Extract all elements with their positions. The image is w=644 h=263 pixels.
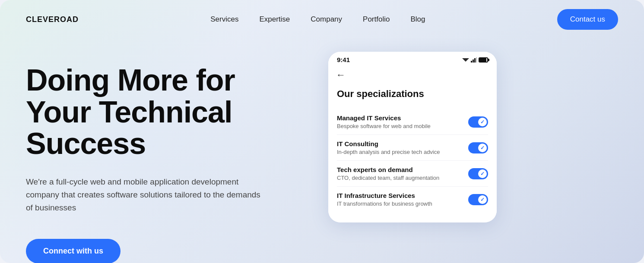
specializations-title: Our specializations	[337, 88, 488, 100]
hero-subtitle: We're a full-cycle web and mobile applic…	[26, 175, 268, 215]
spec-text-group-2: Tech experts on demand CTO, dedicated te…	[337, 166, 461, 181]
toggle-3[interactable]: ✓	[468, 194, 488, 205]
nav-expertise[interactable]: Expertise	[259, 15, 290, 23]
toggle-2[interactable]: ✓	[468, 168, 488, 179]
toggle-0[interactable]: ✓	[468, 116, 488, 128]
nav-links: Services Expertise Company Portfolio Blo…	[210, 15, 425, 24]
navbar: CLEVEROAD Services Expertise Company Por…	[0, 0, 644, 39]
spec-name-3: IT Infrastructure Services	[337, 192, 461, 199]
spec-text-group-1: IT Consulting In-depth analysis and prec…	[337, 140, 461, 155]
svg-marker-0	[462, 58, 469, 62]
toggle-knob-0: ✓	[478, 118, 487, 126]
spec-name-0: Managed IT Services	[337, 114, 461, 122]
hero-wrapper: CLEVEROAD Services Expertise Company Por…	[0, 0, 644, 263]
check-icon-2: ✓	[480, 171, 485, 177]
nav-services[interactable]: Services	[210, 15, 238, 23]
spec-desc-1: In-depth analysis and precise tech advic…	[337, 149, 461, 155]
spec-desc-0: Bespoke software for web and mobile	[337, 123, 461, 129]
toggle-knob-3: ✓	[478, 195, 487, 204]
back-row: ←	[328, 67, 497, 85]
svg-rect-1	[471, 61, 472, 63]
spec-desc-3: IT transformations for business growth	[337, 200, 461, 207]
spec-text-group-0: Managed IT Services Bespoke software for…	[337, 114, 461, 129]
status-bar: 9:41	[328, 52, 497, 67]
spec-text-group-3: IT Infrastructure Services IT transforma…	[337, 192, 461, 207]
nav-portfolio[interactable]: Portfolio	[363, 15, 390, 23]
connect-button[interactable]: Connect with us	[26, 239, 121, 263]
status-icons	[462, 57, 488, 63]
spec-name-2: Tech experts on demand	[337, 166, 461, 173]
spec-item-2: Tech experts on demand CTO, dedicated te…	[337, 161, 488, 187]
phone-content: Our specializations Managed IT Services …	[328, 85, 497, 222]
svg-rect-4	[476, 57, 477, 63]
spec-item-0: Managed IT Services Bespoke software for…	[337, 109, 488, 135]
spec-item-1: IT Consulting In-depth analysis and prec…	[337, 135, 488, 161]
logo: CLEVEROAD	[26, 15, 79, 24]
left-section: Doing More for Your Technical Success We…	[26, 56, 294, 263]
check-icon-3: ✓	[480, 197, 485, 203]
svg-rect-3	[474, 58, 476, 63]
hero-title: Doing More for Your Technical Success	[26, 65, 294, 160]
toggle-1[interactable]: ✓	[468, 142, 488, 153]
spec-name-1: IT Consulting	[337, 140, 461, 147]
spec-desc-2: CTO, dedicated team, staff augmentation	[337, 175, 461, 181]
main-content: Doing More for Your Technical Success We…	[0, 39, 644, 263]
battery-icon	[479, 57, 488, 63]
toggle-knob-1: ✓	[478, 144, 487, 152]
back-arrow[interactable]: ←	[336, 69, 346, 80]
phone-mockup: 9:41	[328, 52, 497, 222]
svg-rect-2	[473, 59, 474, 63]
nav-blog[interactable]: Blog	[410, 15, 425, 23]
spec-item-3: IT Infrastructure Services IT transforma…	[337, 187, 488, 212]
contact-button[interactable]: Contact us	[557, 9, 618, 30]
nav-company[interactable]: Company	[311, 15, 342, 23]
check-icon-1: ✓	[480, 145, 485, 151]
check-icon-0: ✓	[480, 119, 485, 125]
signal-icon	[471, 57, 477, 63]
toggle-knob-2: ✓	[478, 169, 487, 178]
status-time: 9:41	[337, 56, 350, 63]
wifi-icon	[462, 57, 469, 63]
